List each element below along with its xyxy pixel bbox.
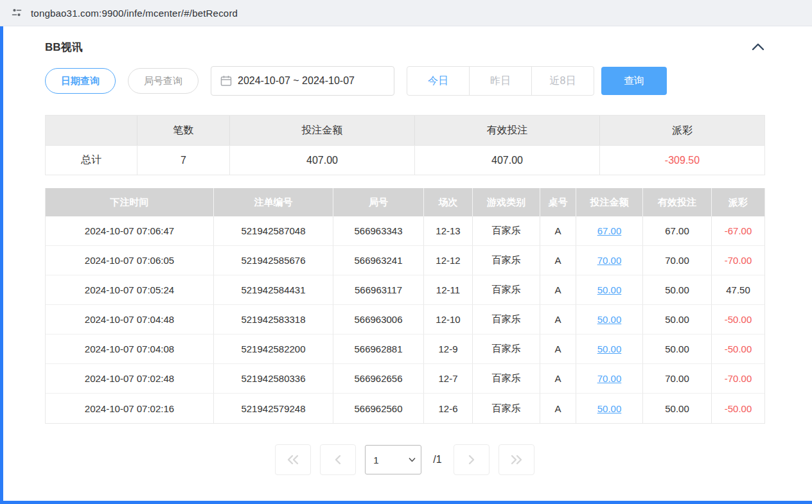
- bet-amount-link[interactable]: 50.00: [576, 335, 643, 364]
- round-id-cell: 566962560: [333, 394, 424, 423]
- round-id-cell: 566963343: [333, 216, 424, 246]
- bet-amount-link[interactable]: 50.00: [576, 394, 643, 423]
- session-cell: 12-13: [424, 216, 473, 246]
- table-row: 2024-10-07 07:02:48521942580336566962656…: [46, 364, 764, 394]
- double-chevron-left-icon: [286, 455, 300, 465]
- table-row: 2024-10-07 07:05:24521942584431566963117…: [46, 275, 764, 305]
- game-type-cell: 百家乐: [473, 246, 540, 275]
- valid-bet-cell: 67.00: [643, 216, 712, 246]
- valid-bet-cell: 50.00: [643, 275, 712, 305]
- round-query-tab[interactable]: 局号查询: [128, 68, 199, 94]
- session-cell: 12-12: [424, 246, 473, 275]
- summary-header-cell: [46, 116, 137, 145]
- table-header-row: 下注时间注单编号局号场次游戏类别桌号投注金额有效投注派彩: [46, 188, 764, 216]
- bet-amount-link[interactable]: 70.00: [576, 364, 643, 394]
- table-header-cell: 下注时间: [46, 188, 214, 216]
- quick-range-group: 今日昨日近8日: [407, 66, 594, 96]
- quick-yesterday-button[interactable]: 昨日: [469, 66, 532, 96]
- calendar-icon: [220, 75, 232, 87]
- summary-header-cell: 有效投注: [415, 116, 600, 145]
- last-page-button[interactable]: [499, 444, 534, 475]
- page-frame: BB视讯 日期查询 局号查询 2024-10: [0, 26, 812, 504]
- payout-cell: -70.00: [712, 246, 764, 275]
- valid-bet-cell: 50.00: [643, 305, 712, 335]
- summary-label-cell: 总计: [46, 145, 137, 175]
- bet-amount-link[interactable]: 67.00: [576, 216, 643, 246]
- table-no-cell: A: [540, 305, 576, 335]
- table-no-cell: A: [540, 216, 576, 246]
- page-select-wrapper: 1: [365, 445, 421, 474]
- date-query-tab[interactable]: 日期查询: [45, 68, 116, 94]
- table-header-cell: 有效投注: [643, 188, 712, 216]
- chevron-up-icon: [752, 43, 764, 51]
- summary-bet-cell: 407.00: [230, 145, 415, 175]
- payout-cell: -50.00: [712, 305, 764, 335]
- pagination: 1 /1: [45, 444, 764, 475]
- round-id-cell: 566963241: [333, 246, 424, 275]
- order-id-cell: 521942582200: [214, 335, 333, 364]
- table-body: 2024-10-07 07:06:47521942587048566963343…: [46, 216, 764, 423]
- page-select[interactable]: 1: [365, 445, 421, 474]
- game-type-cell: 百家乐: [473, 216, 540, 246]
- session-cell: 12-11: [424, 275, 473, 305]
- round-id-cell: 566963117: [333, 275, 424, 305]
- table-row: 2024-10-07 07:06:47521942587048566963343…: [46, 216, 764, 246]
- double-chevron-right-icon: [509, 455, 524, 465]
- bet-amount-link[interactable]: 70.00: [576, 246, 643, 275]
- quick-last8days-button[interactable]: 近8日: [531, 66, 594, 96]
- game-type-cell: 百家乐: [473, 364, 540, 394]
- chevron-right-icon: [468, 455, 475, 465]
- game-type-cell: 百家乐: [473, 394, 540, 423]
- game-type-cell: 百家乐: [473, 305, 540, 335]
- chevron-left-icon: [334, 455, 342, 465]
- browser-url-bar[interactable]: tongbao31.com:9900/infe/mcenter/#/betRec…: [0, 0, 812, 26]
- table-no-cell: A: [540, 364, 576, 394]
- session-cell: 12-10: [424, 305, 473, 335]
- summary-header-cell: 笔数: [137, 116, 230, 145]
- summary-valid-cell: 407.00: [415, 145, 600, 175]
- valid-bet-cell: 50.00: [643, 335, 712, 364]
- table-header-cell: 投注金额: [576, 188, 643, 216]
- bet-time-cell: 2024-10-07 07:04:08: [46, 335, 214, 364]
- valid-bet-cell: 70.00: [643, 246, 712, 275]
- bet-amount-link[interactable]: 50.00: [576, 275, 643, 305]
- table-header-cell: 注单编号: [214, 188, 333, 216]
- payout-cell: 47.50: [712, 275, 764, 305]
- prev-page-button[interactable]: [320, 444, 356, 475]
- order-id-cell: 521942580336: [214, 364, 333, 394]
- table-no-cell: A: [540, 275, 576, 305]
- bet-time-cell: 2024-10-07 07:02:16: [46, 394, 214, 423]
- table-row: 2024-10-07 07:06:05521942585676566963241…: [46, 246, 764, 275]
- order-id-cell: 521942583318: [214, 305, 333, 335]
- session-cell: 12-6: [424, 394, 473, 423]
- bet-amount-link[interactable]: 50.00: [576, 305, 643, 335]
- site-settings-icon[interactable]: [10, 6, 23, 19]
- next-page-button[interactable]: [454, 444, 490, 475]
- bet-record-table: 下注时间注单编号局号场次游戏类别桌号投注金额有效投注派彩 2024-10-07 …: [45, 188, 765, 424]
- table-header-cell: 桌号: [540, 188, 576, 216]
- table-no-cell: A: [540, 335, 576, 364]
- order-id-cell: 521942579248: [214, 394, 333, 423]
- bet-time-cell: 2024-10-07 07:06:05: [46, 246, 214, 275]
- order-id-cell: 521942584431: [214, 275, 333, 305]
- collapse-button[interactable]: [752, 43, 764, 51]
- table-row: 2024-10-07 07:04:48521942583318566963006…: [46, 305, 764, 335]
- summary-header-cell: 派彩: [600, 116, 764, 145]
- table-no-cell: A: [540, 246, 576, 275]
- first-page-button[interactable]: [275, 444, 311, 475]
- payout-cell: -70.00: [712, 364, 764, 394]
- payout-cell: -50.00: [712, 394, 764, 423]
- filter-bar: 日期查询 局号查询 2024-10-07 ~ 2024-10-07 今日昨日近8…: [45, 66, 764, 96]
- url-text: tongbao31.com:9900/infe/mcenter/#/betRec…: [31, 8, 238, 19]
- bet-time-cell: 2024-10-07 07:04:48: [46, 305, 214, 335]
- quick-today-button[interactable]: 今日: [407, 66, 470, 96]
- valid-bet-cell: 70.00: [643, 364, 712, 394]
- table-header-cell: 游戏类别: [473, 188, 540, 216]
- round-id-cell: 566962881: [333, 335, 424, 364]
- date-range-input[interactable]: 2024-10-07 ~ 2024-10-07: [211, 66, 394, 96]
- order-id-cell: 521942587048: [214, 216, 333, 246]
- date-range-value: 2024-10-07 ~ 2024-10-07: [238, 75, 355, 87]
- search-button[interactable]: 查询: [601, 67, 667, 95]
- payout-cell: -50.00: [712, 335, 764, 364]
- game-type-cell: 百家乐: [473, 275, 540, 305]
